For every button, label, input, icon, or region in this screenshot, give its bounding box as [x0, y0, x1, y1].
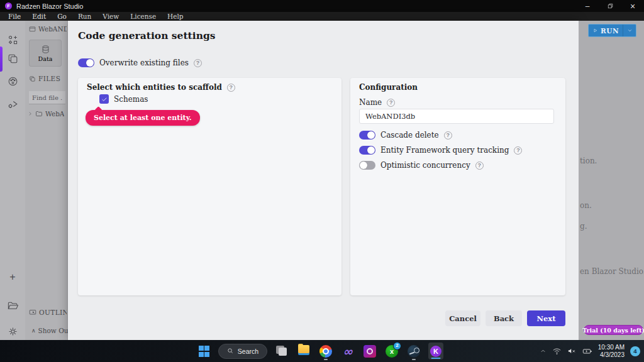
show-outline-toggle[interactable]: ∧ Show Ou	[31, 327, 68, 334]
running-indicator	[412, 359, 416, 360]
restore-icon	[607, 3, 614, 9]
cascade-delete-help-icon[interactable]: ?	[444, 131, 452, 140]
side-panel: WebANDI Data FILES WebA OUTLINE ∧	[25, 21, 68, 340]
data-source-tile[interactable]: Data	[29, 40, 62, 67]
xbox-button[interactable]: x 2	[384, 342, 399, 361]
chevron-up-icon	[540, 348, 547, 354]
project-tab[interactable]: WebANDI	[29, 25, 67, 33]
run-button-label: RUN	[601, 27, 619, 35]
background-partial-text: tion.	[580, 156, 597, 165]
menu-run[interactable]: Run	[72, 12, 97, 21]
back-button[interactable]: Back	[486, 310, 522, 326]
file-explorer-button[interactable]	[296, 342, 311, 361]
overwrite-help-icon[interactable]: ?	[194, 59, 202, 67]
schemas-checkbox[interactable]	[99, 94, 109, 104]
clock-time: 10:30 AM	[598, 344, 625, 351]
menu-help[interactable]: Help	[162, 12, 189, 21]
add-button[interactable]: +	[6, 271, 19, 283]
pages-icon	[7, 53, 19, 65]
open-project-button[interactable]	[6, 299, 19, 312]
clock-date: 4/3/2023	[598, 351, 625, 359]
menu-edit[interactable]: Edit	[26, 12, 52, 21]
notification-count-badge[interactable]: 4	[630, 346, 640, 356]
file-tree-item[interactable]: WebA	[28, 110, 68, 118]
radzen-icon: K	[428, 343, 443, 359]
menu-view[interactable]: View	[97, 12, 125, 21]
files-icon	[29, 75, 36, 82]
data-tile-label: Data	[38, 55, 53, 62]
app-button-purple[interactable]	[362, 342, 377, 361]
search-icon	[227, 348, 234, 354]
optimistic-concurrency-toggle[interactable]	[359, 161, 375, 170]
background-partial-text: on.	[580, 201, 592, 210]
create-icon	[7, 34, 19, 46]
name-input[interactable]	[359, 109, 554, 124]
palette-icon	[7, 75, 19, 87]
dimmed-background: RUN tion. on. g. en Blazor Studio. Trial…	[579, 21, 644, 340]
restore-button[interactable]	[599, 0, 621, 12]
tray-clock[interactable]: 10:30 AM 4/3/2023	[598, 344, 625, 358]
gear-icon	[7, 326, 19, 337]
check-icon	[101, 96, 108, 102]
dialog-title: Code generation settings	[78, 30, 216, 41]
trial-badge[interactable]: Trial (10 days left)	[584, 325, 643, 335]
configuration-card-title: Configuration	[359, 83, 418, 92]
menu-file[interactable]: File	[3, 12, 26, 21]
tray-overflow-button[interactable]	[540, 348, 547, 354]
tree-item-label: WebA	[45, 110, 64, 118]
active-app-indicator	[431, 358, 441, 359]
chevron-right-icon	[28, 111, 33, 116]
overwrite-existing-files-toggle[interactable]	[78, 58, 94, 67]
radzen-blazor-studio-window: F Radzen Blazor Studio – × File Edit Go …	[0, 0, 644, 362]
theme-button[interactable]	[6, 75, 19, 87]
ef-query-tracking-toggle[interactable]	[359, 146, 375, 155]
background-partial-text: g.	[580, 222, 587, 231]
database-icon	[41, 45, 50, 54]
optimistic-concurrency-help-icon[interactable]: ?	[475, 162, 484, 170]
chevron-up-icon: ∧	[31, 327, 36, 334]
run-button[interactable]: RUN	[588, 24, 636, 37]
windows-taskbar: Search ∞ x 2	[0, 340, 644, 362]
active-section-indicator	[0, 47, 3, 72]
taskbar-search[interactable]: Search	[218, 344, 267, 359]
deploy-button[interactable]	[6, 97, 19, 110]
ef-query-tracking-help-icon[interactable]: ?	[514, 146, 522, 155]
steam-button[interactable]	[406, 342, 421, 361]
outline-section-header[interactable]: OUTLINE	[29, 309, 67, 316]
close-button[interactable]: ×	[621, 0, 644, 12]
app-icon-purple-square	[364, 345, 376, 358]
create-button[interactable]	[6, 33, 19, 46]
menu-license[interactable]: License	[125, 12, 162, 21]
find-file-input[interactable]	[29, 91, 65, 104]
menu-go[interactable]: Go	[52, 12, 72, 21]
task-view-button[interactable]	[274, 342, 289, 361]
start-button[interactable]	[196, 342, 211, 361]
pages-button[interactable]	[6, 52, 19, 65]
running-indicator	[324, 359, 328, 360]
radzen-studio-taskbar-button[interactable]: K	[428, 342, 443, 361]
background-partial-text: en Blazor Studio.	[580, 267, 644, 276]
battery-button[interactable]	[582, 346, 592, 356]
menubar: File Edit Go Run View License Help	[0, 12, 644, 21]
volume-button[interactable]	[567, 346, 577, 356]
schemas-label: Schemas	[114, 95, 148, 104]
files-section-header[interactable]: FILES	[29, 75, 67, 82]
cancel-button[interactable]: Cancel	[445, 310, 480, 326]
chrome-button[interactable]	[318, 342, 333, 361]
wifi-icon	[552, 346, 562, 356]
next-button[interactable]: Next	[527, 310, 565, 326]
visual-studio-button[interactable]: ∞	[340, 342, 355, 361]
run-options-dropdown[interactable]	[623, 25, 636, 36]
chevron-down-icon	[627, 28, 633, 33]
folder-icon	[35, 110, 43, 118]
name-help-icon[interactable]: ?	[387, 99, 395, 107]
minimize-button[interactable]: –	[576, 0, 599, 12]
close-icon: ×	[630, 1, 635, 11]
settings-button[interactable]	[6, 325, 19, 337]
wifi-button[interactable]	[552, 346, 562, 356]
xbox-notification-badge: 2	[393, 342, 401, 350]
overwrite-label: Overwrite existing files	[99, 58, 189, 67]
run-deploy-icon	[7, 98, 19, 110]
entities-help-icon[interactable]: ?	[227, 84, 235, 92]
cascade-delete-toggle[interactable]	[359, 131, 375, 140]
